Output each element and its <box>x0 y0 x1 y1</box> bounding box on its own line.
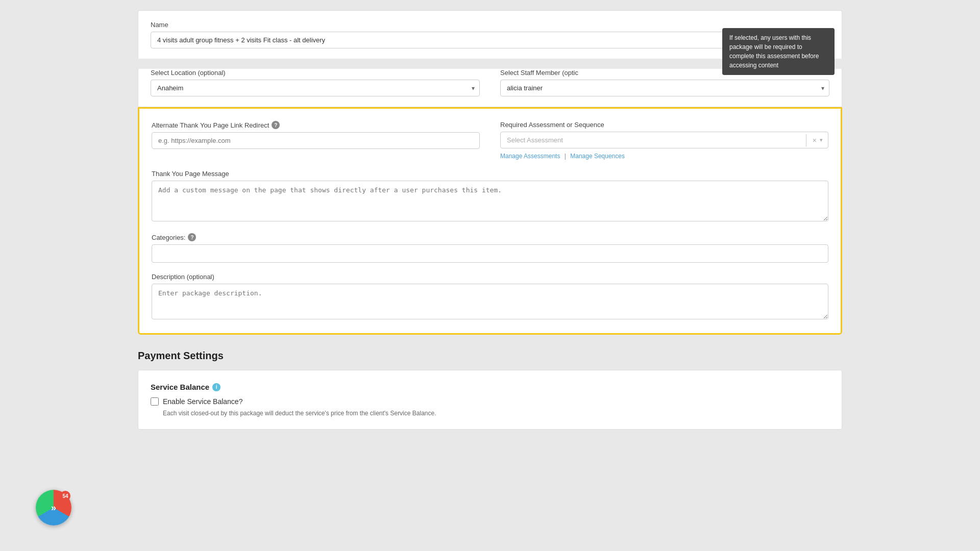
categories-label: Categories: ? <box>152 233 828 241</box>
categories-input[interactable] <box>152 244 828 263</box>
link-separator: | <box>565 153 566 160</box>
location-select[interactable]: Anaheim <box>151 80 480 96</box>
service-balance-description: Each visit closed-out by this package wi… <box>163 410 829 417</box>
alt-thankyou-label: Alternate Thank You Page Link Redirect ? <box>152 121 480 129</box>
alt-thankyou-help-icon[interactable]: ? <box>272 121 280 129</box>
description-label: Description (optional) <box>152 273 828 281</box>
categories-help-icon[interactable]: ? <box>188 233 196 241</box>
staff-select[interactable]: alicia trainer <box>500 80 829 96</box>
thankyou-message-textarea[interactable] <box>152 181 828 221</box>
enable-service-balance-row: Enable Service Balance? <box>151 397 829 406</box>
name-label: Name <box>151 21 829 29</box>
service-balance-info-icon[interactable]: i <box>212 383 220 391</box>
location-select-wrapper: Anaheim ▾ <box>151 80 480 96</box>
location-label: Select Location (optional) <box>151 69 480 77</box>
enable-service-balance-label: Enable Service Balance? <box>163 397 242 406</box>
highlighted-form-section: Alternate Thank You Page Link Redirect ?… <box>138 107 842 335</box>
payment-card: Service Balance i Enable Service Balance… <box>138 370 842 430</box>
app-badge[interactable]: 54 » <box>36 490 71 525</box>
assessment-tooltip: If selected, any users with this package… <box>722 28 835 75</box>
service-balance-title: Service Balance i <box>151 383 829 391</box>
manage-links: Manage Assessments | Manage Sequences <box>500 153 828 160</box>
manage-assessments-link[interactable]: Manage Assessments <box>500 153 560 160</box>
enable-service-balance-checkbox[interactable] <box>151 397 159 406</box>
manage-sequences-link[interactable]: Manage Sequences <box>570 153 625 160</box>
required-assessment-label: Required Assessment or Sequence <box>500 121 828 129</box>
alt-thankyou-input[interactable] <box>152 132 480 149</box>
assessment-select-wrapper[interactable]: Select Assessment × ▾ <box>500 132 828 148</box>
thankyou-message-label: Thank You Page Message <box>152 170 828 178</box>
assessment-select-placeholder: Select Assessment <box>501 132 806 148</box>
assessment-clear-icon[interactable]: × <box>811 134 819 146</box>
badge-count: 54 <box>60 491 70 501</box>
payment-settings-title: Payment Settings <box>138 350 842 362</box>
staff-select-wrapper: alicia trainer ▾ <box>500 80 829 96</box>
payment-section: Payment Settings Service Balance i Enabl… <box>138 350 842 440</box>
app-chevrons-icon: » <box>51 503 56 513</box>
description-textarea[interactable] <box>152 284 828 319</box>
assessment-actions: × ▾ <box>806 134 828 146</box>
assessment-chevron-icon: ▾ <box>819 135 824 145</box>
